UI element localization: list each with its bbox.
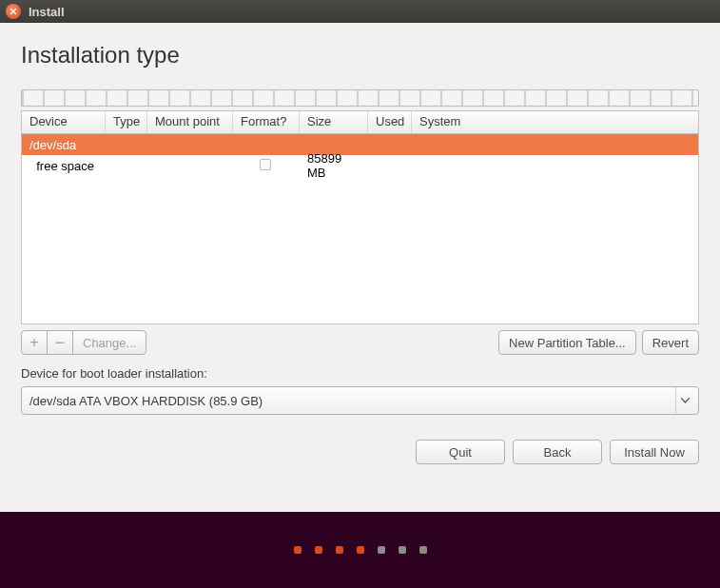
navigation-buttons: Quit Back Install Now: [21, 440, 699, 464]
progress-dot: [419, 546, 427, 554]
col-used[interactable]: Used: [368, 111, 412, 133]
progress-dot: [399, 546, 406, 554]
col-size[interactable]: Size: [300, 111, 368, 133]
col-type[interactable]: Type: [106, 111, 147, 133]
col-mount[interactable]: Mount point: [147, 111, 233, 133]
chevron-down-icon: [675, 387, 694, 414]
cell-size: 85899 MB: [300, 149, 368, 182]
partition-table: Device Type Mount point Format? Size Use…: [21, 110, 699, 324]
col-format[interactable]: Format?: [233, 111, 300, 133]
cell-device: /dev/sda: [22, 136, 106, 154]
cell-mount: [147, 164, 233, 167]
format-checkbox[interactable]: [260, 159, 271, 170]
back-button[interactable]: Back: [513, 440, 602, 464]
progress-footer: [0, 512, 720, 588]
progress-dot: [294, 546, 302, 554]
cell-type: [106, 164, 147, 167]
change-partition-button[interactable]: Change...: [72, 330, 146, 355]
partition-toolbar: + − Change... New Partition Table... Rev…: [21, 330, 699, 355]
table-action-group: New Partition Table... Revert: [498, 330, 699, 355]
close-button[interactable]: [6, 4, 21, 19]
installer-window: Install Installation type Device Type Mo…: [0, 0, 720, 588]
bootloader-value: /dev/sda ATA VBOX HARDDISK (85.9 GB): [29, 394, 263, 408]
table-header: Device Type Mount point Format? Size Use…: [22, 111, 698, 134]
bootloader-select[interactable]: /dev/sda ATA VBOX HARDDISK (85.9 GB): [21, 386, 699, 415]
add-partition-button[interactable]: +: [21, 330, 48, 355]
disk-usage-bar: [21, 89, 699, 107]
cell-format: [233, 157, 300, 175]
titlebar: Install: [0, 0, 720, 23]
install-now-button[interactable]: Install Now: [610, 440, 699, 464]
page-title: Installation type: [21, 42, 699, 69]
progress-dot: [315, 546, 322, 554]
content-area: Installation type Device Type Mount poin…: [0, 23, 720, 464]
table-row[interactable]: free space 85899 MB: [22, 155, 698, 176]
close-icon: [10, 8, 17, 15]
remove-partition-button[interactable]: −: [47, 330, 73, 355]
col-device[interactable]: Device: [22, 111, 106, 133]
cell-device: free space: [22, 157, 106, 175]
progress-dot: [357, 546, 364, 554]
new-partition-table-button[interactable]: New Partition Table...: [498, 330, 636, 355]
quit-button[interactable]: Quit: [416, 440, 505, 464]
col-system[interactable]: System: [412, 111, 698, 133]
edit-button-group: + − Change...: [21, 330, 146, 355]
window-title: Install: [29, 5, 65, 19]
progress-dot: [336, 546, 343, 554]
progress-dot: [378, 546, 385, 554]
bootloader-label: Device for boot loader installation:: [21, 366, 699, 381]
revert-button[interactable]: Revert: [642, 330, 699, 355]
